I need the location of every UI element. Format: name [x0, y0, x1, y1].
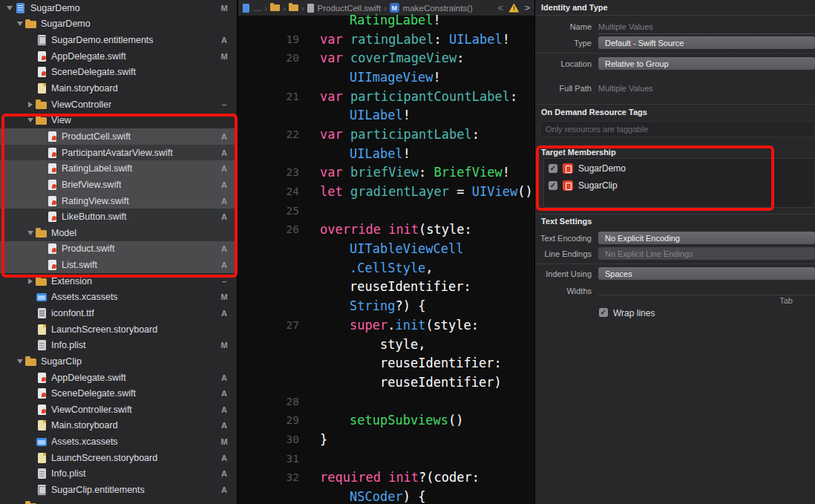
project-navigator[interactable]: SugarDemoMSugarDemoSugarDemo.entitlement…	[0, 0, 238, 504]
folder-icon[interactable]	[270, 4, 280, 11]
tree-item[interactable]: ProductCell.swiftA	[0, 128, 237, 145]
chevron-right-icon: ›	[265, 4, 268, 13]
tree-item[interactable]: AppDelegate.swiftM	[0, 48, 237, 65]
tree-item[interactable]: ParticipantAvatarView.swiftA	[0, 145, 237, 161]
code-line[interactable]: 23var briefView: BriefView!	[238, 163, 534, 183]
indent-using-dropdown[interactable]: Spaces	[598, 267, 815, 280]
code-line[interactable]: 24let gradientLayer = UIView()	[238, 182, 534, 201]
code-area[interactable]: RatingLabel!19var ratingLabel: UILabel!2…	[238, 10, 534, 504]
code-line[interactable]: 27super.init(style:	[238, 315, 534, 335]
code-line[interactable]: 21var participantCountLabel:	[238, 87, 534, 106]
tree-item[interactable]: Model	[0, 225, 237, 241]
tree-item[interactable]: Assets.xcassetsM	[0, 433, 237, 450]
text-encoding-dropdown[interactable]: No Explicit Encoding	[598, 232, 815, 244]
breadcrumb-file[interactable]: ProductCell.swift	[318, 4, 382, 13]
tree-item[interactable]: LaunchScreen.storyboardA	[0, 450, 237, 466]
tree-item[interactable]: LaunchScreen.storyboard	[0, 321, 237, 338]
code-line[interactable]: 19var ratingLabel: UILabel!	[238, 30, 534, 49]
tree-item[interactable]: ViewController.swiftA	[0, 402, 237, 418]
disclosure-down-icon[interactable]	[25, 118, 36, 122]
code-line[interactable]: String?) {	[238, 296, 534, 315]
code-line[interactable]: reuseIdentifier:	[238, 353, 534, 373]
tree-item[interactable]: RatingView.swiftA	[0, 193, 237, 209]
breadcrumb-collapsed[interactable]: …	[253, 4, 262, 13]
folder-icon[interactable]	[289, 4, 298, 11]
disclosure-down-icon[interactable]	[4, 6, 15, 10]
swift-icon	[36, 372, 48, 384]
tree-item[interactable]: iconfont.ttfA	[0, 305, 237, 321]
issue-forward-button[interactable]: >	[524, 2, 530, 13]
membership-checkbox[interactable]: ✓	[549, 164, 557, 173]
tree-item[interactable]: AppDelegate.swiftA	[0, 370, 237, 386]
line-endings-dropdown: No Explicit Line Endings	[598, 247, 815, 260]
target-membership-row[interactable]: ✓SugarDemo	[544, 161, 814, 176]
widths-field[interactable]	[598, 295, 815, 295]
type-dropdown[interactable]: Default - Swift Source	[598, 36, 815, 49]
tree-item[interactable]: RatingLabel.swiftA	[0, 160, 237, 177]
code-line[interactable]: 28	[238, 392, 534, 411]
tree-item[interactable]: LikeButton.swiftA	[0, 209, 237, 225]
tree-item-label: ViewController.swift	[51, 405, 132, 415]
line-number: 27	[238, 319, 302, 331]
swift-icon	[36, 50, 48, 62]
code-line[interactable]: UILabel!	[238, 105, 534, 125]
code-line[interactable]: NSCoder) {	[238, 487, 534, 504]
name-field[interactable]: Multiple Values	[598, 22, 653, 31]
code-line[interactable]: 31	[238, 449, 534, 468]
target-membership-list[interactable]: ✓SugarDemo✓SugarClip	[543, 158, 815, 208]
issue-back-button[interactable]: <	[498, 2, 504, 13]
code-line[interactable]: 29setupSubviews()	[238, 410, 534, 430]
code-line[interactable]: 22var participantLabel:	[238, 125, 534, 144]
warning-icon[interactable]	[508, 4, 519, 13]
wrap-lines-checkbox[interactable]: ✓	[599, 308, 608, 317]
tree-item[interactable]: Main.storyboard	[0, 80, 237, 96]
status-badge: A	[219, 469, 229, 478]
code-line[interactable]: reuseIdentifier)	[238, 373, 534, 392]
tree-item[interactable]: BriefView.swiftA	[0, 177, 237, 193]
tree-item[interactable]: SugarClip	[0, 353, 237, 370]
tree-item[interactable]: Main.storyboardA	[0, 418, 237, 434]
tree-item[interactable]: SugarDemoM	[0, 0, 237, 16]
code-line[interactable]: 26override init(style:	[238, 220, 534, 240]
target-membership-row[interactable]: ✓SugarClip	[544, 178, 814, 193]
tree-item[interactable]: List.swiftA	[0, 257, 237, 273]
line-number: 23	[238, 166, 302, 178]
code-line[interactable]: 20var coverImageView:	[238, 48, 534, 68]
code-line[interactable]: style,	[238, 335, 534, 354]
tree-item[interactable]: SugarDemo	[0, 16, 237, 33]
code-line[interactable]: .CellStyle,	[238, 258, 534, 278]
membership-checkbox[interactable]: ✓	[549, 181, 557, 190]
tree-item[interactable]: Product.swiftA	[0, 241, 237, 258]
disclosure-right-icon[interactable]	[25, 102, 36, 108]
tree-item[interactable]: SugarClip.entitlementsA	[0, 482, 237, 498]
tree-item[interactable]	[0, 498, 237, 504]
code-text: let gradientLayer = UIView()	[302, 184, 533, 199]
tree-item[interactable]: SugarDemo.entitlementsA	[0, 32, 237, 48]
tree-item-label: SugarClip	[41, 356, 82, 367]
tree-item[interactable]: Info.plistA	[0, 466, 237, 482]
tree-item[interactable]: SceneDelegate.swiftA	[0, 385, 237, 402]
code-text: String?) {	[302, 298, 425, 313]
code-line[interactable]: UITableViewCell	[238, 239, 534, 258]
tree-item[interactable]: ViewController–	[0, 96, 237, 113]
disclosure-down-icon[interactable]	[15, 22, 25, 26]
source-editor[interactable]: … › › › ProductCell.swift › M makeConstr…	[238, 0, 534, 504]
code-line[interactable]: UIImageView!	[238, 68, 534, 87]
code-line[interactable]: 25	[238, 201, 534, 220]
code-line[interactable]: RatingLabel!	[238, 10, 534, 30]
disclosure-down-icon[interactable]	[25, 231, 36, 235]
breadcrumb-symbol[interactable]: makeConstraints()	[403, 4, 473, 13]
tree-item[interactable]: View	[0, 112, 237, 128]
disclosure-right-icon[interactable]	[25, 278, 36, 284]
tree-item[interactable]: SceneDelegate.swift	[0, 65, 237, 81]
tree-item[interactable]: Extension–	[0, 273, 237, 289]
code-line[interactable]: UILabel!	[238, 144, 534, 163]
related-items-icon[interactable]	[243, 4, 249, 13]
tree-item[interactable]: Assets.xcassetsM	[0, 289, 237, 306]
code-line[interactable]: 32required init?(coder:	[238, 468, 534, 488]
disclosure-down-icon[interactable]	[15, 359, 25, 364]
code-line[interactable]: 30}	[238, 430, 534, 449]
code-line[interactable]: reuseIdentifier:	[238, 278, 534, 297]
location-dropdown[interactable]: Relative to Group	[598, 57, 815, 70]
tree-item[interactable]: Info.plistM	[0, 337, 237, 353]
